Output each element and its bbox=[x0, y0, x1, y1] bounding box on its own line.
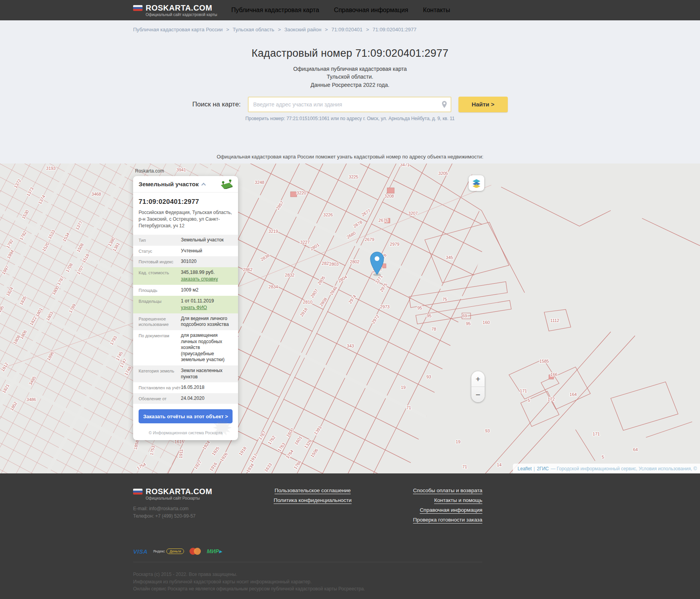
card-row-label: Статус bbox=[139, 248, 181, 254]
russian-flag-icon bbox=[133, 489, 143, 495]
page-subtitle: Официальная публичная кадастровая карта … bbox=[281, 65, 419, 81]
logo-subtitle: Официальный сайт кадастровой карты bbox=[146, 13, 217, 17]
card-row-value: 345,188.99 руб.заказать справку bbox=[181, 270, 233, 282]
attribution-text: — Городской информационный сервис, Услов… bbox=[551, 466, 697, 471]
footer-divider bbox=[133, 562, 482, 562]
nav-link[interactable]: Публичная кадастровая карта bbox=[231, 7, 319, 14]
cadastral-map[interactable]: 3193394134683248322032253471320532082857… bbox=[0, 164, 700, 473]
parcel-label: 3468 bbox=[92, 192, 101, 196]
card-row-link[interactable]: заказать справку bbox=[181, 276, 218, 282]
card-rows: ТипЗемельный участокСтатусУчтенныйПочтов… bbox=[133, 235, 238, 404]
footer-link[interactable]: Способы оплаты и возврата bbox=[413, 487, 482, 493]
breadcrumb-separator: > bbox=[325, 27, 328, 32]
parcel-label: 93 bbox=[426, 374, 431, 379]
card-row-link[interactable]: узнать ФИО bbox=[181, 305, 207, 311]
card-row-value: 1 от 01.11.2019узнать ФИО bbox=[181, 298, 233, 311]
map-canvas[interactable]: 3193394134683248322032253471320532082857… bbox=[0, 164, 700, 473]
footer-link[interactable]: Политика конфиденциальности bbox=[274, 497, 352, 503]
parcel-label: 3220 bbox=[297, 191, 306, 195]
zoom-out-button[interactable]: − bbox=[471, 387, 485, 402]
breadcrumb-separator: > bbox=[278, 27, 281, 32]
card-row-value: Земли населенных пунктов bbox=[181, 368, 233, 380]
footer-logo-title: ROSKARTA.COM bbox=[146, 487, 212, 495]
parcel-label: 5 bbox=[602, 455, 604, 459]
search-input[interactable] bbox=[248, 97, 451, 112]
footer-link[interactable]: Справочная информация bbox=[420, 507, 482, 513]
nav-link[interactable]: Справочная информация bbox=[334, 7, 408, 14]
card-row: Разрешенное использованиеДля ведения лич… bbox=[133, 313, 238, 330]
footer-link[interactable]: Контакты и помощь bbox=[434, 497, 482, 503]
parcel-label: 71 bbox=[406, 405, 411, 410]
footer-link[interactable]: Проверка готовности заказа bbox=[413, 517, 482, 523]
card-row-value: 1009 м2 bbox=[181, 287, 233, 293]
footer-links-right: Способы оплаты и возвратаКонтакты и помо… bbox=[413, 487, 482, 523]
breadcrumb-separator: > bbox=[226, 27, 229, 32]
breadcrumb-item[interactable]: Публичная кадастровая карта России bbox=[133, 27, 223, 32]
page-subtitle-2: Данные Росреестра 2022 года. bbox=[0, 82, 700, 88]
breadcrumb-item[interactable]: Заокский район bbox=[284, 27, 321, 32]
yandex-money-icon: Яндекс Деньги bbox=[153, 549, 184, 554]
parcel-label: 3193 bbox=[46, 166, 56, 171]
card-row-label: Тип bbox=[139, 237, 181, 243]
breadcrumb-item[interactable]: Тульская область bbox=[233, 27, 274, 32]
leaflet-link[interactable]: Leaflet bbox=[518, 466, 532, 471]
card-header[interactable]: Земельный участок bbox=[133, 176, 238, 192]
zoom-in-button[interactable]: + bbox=[471, 371, 485, 387]
eagle-watermark-icon bbox=[212, 420, 233, 437]
card-row-label: Площадь bbox=[139, 287, 181, 293]
card-row: СтатусУчтенный bbox=[133, 246, 238, 257]
breadcrumb-item[interactable]: 71:09:020401:2977 bbox=[373, 27, 417, 32]
page-title: Кадастровый номер 71:09:020401:2977 bbox=[0, 47, 700, 59]
parcel-label: 1911 bbox=[178, 449, 184, 459]
breadcrumb-item[interactable]: 71:09:020401 bbox=[331, 27, 363, 32]
parcel-label: 3205 bbox=[438, 171, 448, 176]
site-logo[interactable]: ROSKARTA.COM Официальный сайт кадастрово… bbox=[133, 4, 217, 17]
breadcrumb-separator: > bbox=[366, 27, 369, 32]
parcel-label: 171 bbox=[520, 389, 527, 393]
card-row-value: для размещения личных подсобных хозяйств… bbox=[181, 333, 233, 363]
find-button[interactable]: Найти > bbox=[458, 97, 508, 112]
parcel-label: 164 bbox=[570, 392, 577, 397]
collapse-icon[interactable] bbox=[201, 183, 206, 187]
parcel-label: 1585 bbox=[539, 359, 549, 363]
copyright-line: Онлайн сервис Роскарта не является офици… bbox=[133, 585, 700, 593]
footer-email: E-mail: info@roskarta.com bbox=[133, 505, 212, 513]
nav-link[interactable]: Контакты bbox=[423, 7, 450, 14]
parcel-label: 2802 bbox=[350, 259, 359, 264]
intro-section: Публичная кадастровая карта России>Тульс… bbox=[0, 20, 700, 164]
2gis-link[interactable]: 2ГИС bbox=[537, 466, 548, 471]
card-row: Почтовый индекс301020 bbox=[133, 256, 238, 267]
footer-logo-subtitle: Официальный сайт Роскарты bbox=[146, 496, 212, 500]
layers-icon bbox=[472, 178, 481, 188]
parcel-label: 3486 bbox=[27, 397, 36, 402]
card-row-value: Учтенный bbox=[181, 248, 233, 254]
search-label: Поиск на карте: bbox=[192, 101, 241, 108]
footer-logo[interactable]: ROSKARTA.COM Официальный сайт Роскарты bbox=[133, 487, 212, 500]
parcel-label: 93 bbox=[485, 428, 490, 433]
parcel-label: 166 bbox=[550, 372, 557, 377]
footer-link[interactable]: Пользовательское соглашение bbox=[274, 487, 350, 493]
location-pin-icon bbox=[441, 101, 447, 108]
card-row-value: Земельный участок bbox=[181, 237, 233, 243]
cadastral-number: 71:09:020401:2977 bbox=[133, 198, 238, 206]
card-title: Земельный участок bbox=[139, 181, 199, 188]
card-row-value: 301020 bbox=[181, 259, 233, 265]
search-hint: Проверить номер: 77:21:0151005:1061 или … bbox=[0, 116, 700, 121]
parcel-label: 160 bbox=[483, 320, 490, 325]
parcel-label: 5 bbox=[528, 398, 530, 403]
parcel-label: 2979 bbox=[390, 242, 399, 246]
parcel-label: 2810 bbox=[303, 300, 312, 304]
card-row-value: Для ведения личного подсобного хозяйства bbox=[181, 316, 233, 328]
parcel-label: 2679 bbox=[365, 237, 374, 242]
card-row-label: Категория земель bbox=[139, 368, 181, 380]
card-row: Категория земельЗемли населенных пунктов bbox=[133, 365, 238, 382]
parcel-label: 95 bbox=[427, 313, 431, 318]
parcel-label: 3219 bbox=[269, 229, 278, 234]
layers-button[interactable] bbox=[469, 175, 484, 191]
footer-links-center: Пользовательское соглашениеПолитика конф… bbox=[274, 487, 352, 523]
main-nav: Публичная кадастровая картаСправочная ин… bbox=[231, 7, 450, 14]
card-row-label: Кад. стоимость bbox=[139, 270, 181, 282]
card-row-value: 24.04.2020 bbox=[181, 396, 233, 402]
parcel-label: 3471 bbox=[400, 164, 410, 167]
parcel-label: 19 bbox=[401, 385, 406, 390]
